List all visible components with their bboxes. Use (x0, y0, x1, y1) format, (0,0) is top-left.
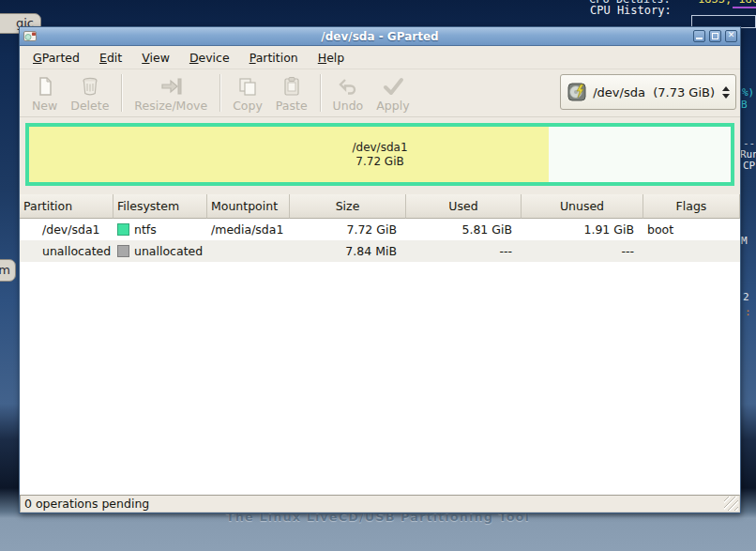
delete-partition-icon (79, 75, 101, 98)
monitor-text-fragment: 2 (743, 291, 749, 303)
chevron-down-icon (722, 94, 730, 99)
taskbar-tab-partial[interactable]: m (0, 259, 16, 282)
copy-icon (236, 75, 259, 98)
device-selector-value: /dev/sda (7.73 GiB) (593, 85, 715, 99)
toolbar: New Delete Resize/Move (20, 69, 740, 117)
visual-partition-size: 7.72 GiB (29, 155, 731, 169)
apply-button[interactable]: Apply (370, 71, 416, 115)
toolbar-separator (121, 74, 122, 112)
table-header-row: Partition Filesystem Mountpoint Size Use… (20, 194, 740, 219)
apply-checkmark-icon (381, 75, 405, 98)
copy-button[interactable]: Copy (226, 71, 269, 115)
filesystem-color-swatch (117, 245, 129, 257)
device-selector[interactable]: /dev/sda (7.73 GiB) (560, 74, 736, 110)
maximize-button[interactable] (709, 30, 721, 42)
close-button[interactable]: ✕ (725, 30, 737, 42)
window-title: /dev/sda - GParted (20, 30, 740, 43)
desktop: CPU Details: 1833, 1800 CPU History: %) … (0, 0, 756, 551)
header-used[interactable]: Used (406, 194, 522, 219)
undo-button[interactable]: Undo (326, 71, 370, 115)
menu-gparted[interactable]: GParted (25, 48, 87, 68)
hard-disk-icon (566, 81, 588, 103)
cpu-details-values-cut-text: 1833, 1800 (698, 0, 756, 6)
menu-help[interactable]: Help (310, 48, 353, 68)
header-flags[interactable]: Flags (643, 194, 740, 219)
menu-view[interactable]: View (134, 48, 177, 68)
cell-size: 7.72 GiB (290, 222, 406, 237)
close-icon: ✕ (726, 30, 736, 39)
cell-unused: 1.91 GiB (522, 222, 643, 237)
cell-used: 5.81 GiB (406, 222, 522, 237)
cell-used: --- (406, 244, 522, 258)
filesystem-color-swatch (117, 223, 129, 236)
cell-mountpoint: /media/sda1 (207, 222, 290, 237)
cell-partition: /dev/sda1 (20, 222, 113, 237)
minimize-icon (696, 38, 703, 39)
minimize-button[interactable] (693, 30, 705, 42)
undo-icon (337, 75, 359, 98)
cell-unused: --- (522, 244, 643, 258)
new-button[interactable]: New (25, 71, 64, 115)
monitor-text-fragment: B (741, 99, 748, 111)
resize-move-button[interactable]: Resize/Move (128, 71, 214, 115)
paste-button[interactable]: Paste (269, 71, 314, 115)
disk-visual-panel: /dev/sda1 7.72 GiB (20, 117, 740, 193)
cell-partition: unallocated (20, 244, 113, 258)
header-size[interactable]: Size (290, 194, 406, 219)
toolbar-separator (320, 74, 321, 112)
cpu-history-label: CPU History: (590, 4, 672, 17)
statusbar: 0 operations pending (20, 495, 740, 513)
gparted-window: /dev/sda - GParted ✕ GParted Edit View D… (19, 26, 741, 513)
menu-partition[interactable]: Partition (242, 48, 306, 68)
visual-partition-label: /dev/sda1 (29, 141, 731, 155)
monitor-text-fragment: CP (743, 160, 755, 172)
combo-spinner (722, 86, 730, 99)
menubar: GParted Edit View Device Partition Help (20, 46, 740, 69)
monitor-text-fragment: : (745, 306, 751, 318)
toolbar-separator (219, 74, 220, 112)
header-filesystem[interactable]: Filesystem (113, 194, 207, 219)
maximize-icon (712, 33, 718, 39)
menu-edit[interactable]: Edit (92, 48, 129, 68)
titlebar[interactable]: /dev/sda - GParted ✕ (20, 27, 740, 46)
pending-operations-text: 0 operations pending (24, 497, 149, 511)
table-row[interactable]: unallocated unallocated 7.84 MiB --- --- (20, 240, 740, 262)
partition-table: Partition Filesystem Mountpoint Size Use… (20, 194, 740, 495)
header-partition[interactable]: Partition (20, 194, 113, 219)
menu-device[interactable]: Device (182, 48, 237, 68)
graph-border-line (733, 7, 756, 8)
delete-button[interactable]: Delete (64, 71, 115, 115)
new-partition-icon (34, 75, 56, 98)
paste-icon (280, 75, 303, 98)
table-row[interactable]: /dev/sda1 ntfs /media/sda1 7.72 GiB 5.81… (20, 219, 740, 240)
chevron-up-icon (722, 86, 730, 91)
header-unused[interactable]: Unused (522, 194, 643, 219)
monitor-text-fragment: M (741, 235, 748, 247)
cell-size: 7.84 MiB (290, 244, 406, 258)
resize-grip[interactable] (724, 497, 738, 511)
partition-visual[interactable]: /dev/sda1 7.72 GiB (25, 123, 734, 186)
monitor-text-fragment: %) (742, 86, 754, 99)
cell-flags: boot (643, 222, 740, 237)
header-mountpoint[interactable]: Mountpoint (207, 194, 290, 219)
cell-filesystem: unallocated (113, 244, 207, 258)
cell-filesystem: ntfs (113, 222, 207, 237)
resize-move-icon (159, 75, 183, 98)
